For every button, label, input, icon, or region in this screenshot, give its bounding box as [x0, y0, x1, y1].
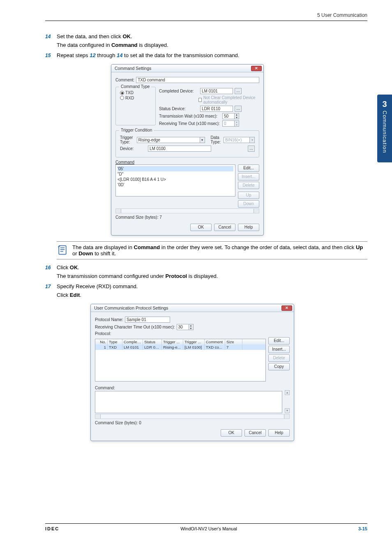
step-text: Specify Receive (RXD) command. — [57, 283, 367, 289]
page-header: 5 User Communication — [45, 12, 367, 21]
radio-icon — [120, 96, 124, 100]
step-subtext: The data configured in Command is displa… — [57, 42, 367, 48]
horizontal-scrollbar[interactable] — [115, 208, 259, 213]
step-ref: 12 — [90, 52, 95, 58]
radio-icon — [120, 91, 124, 95]
recv-char-timeout-spinner[interactable]: 30 ▲▼ — [177, 324, 194, 330]
not-clear-label: Not Clear Completed Device automatically — [203, 95, 259, 104]
col-no: No. — [95, 339, 108, 345]
list-item[interactable]: <[LDR 0100] B16 A 4 1 U> — [118, 177, 233, 182]
step-number: 17 — [45, 284, 57, 289]
scroll-down-icon[interactable]: ▼ — [285, 408, 290, 413]
comment-input[interactable]: TXD command — [136, 77, 259, 83]
browse-button[interactable]: ... — [235, 106, 242, 112]
col-status: Status — [143, 339, 162, 345]
protocol-list-label: Protocol: — [95, 331, 111, 336]
comment-label: Comment: — [115, 78, 134, 82]
close-icon[interactable]: ✕ — [281, 305, 292, 311]
chevron-down-icon: ▾ — [250, 137, 255, 143]
data-type-label: Data Type: — [211, 135, 222, 144]
page-number: 3-15 — [358, 526, 367, 531]
dialog-title-bar[interactable]: Command Settings ✕ — [111, 65, 263, 72]
not-clear-checkbox[interactable] — [198, 98, 202, 102]
step-subtext: Click Edit. — [57, 292, 367, 298]
horizontal-scrollbar[interactable] — [95, 414, 290, 419]
data-type-select: BIN16(+) ▾ — [224, 137, 255, 143]
browse-button[interactable]: ... — [235, 88, 242, 94]
command-preview-list[interactable] — [95, 391, 282, 413]
table-row[interactable]: 1 TXD LM 0101 LDR 01... Rising-e... [LM … — [95, 345, 265, 350]
scroll-up-icon[interactable]: ▲ — [285, 390, 290, 395]
chevron-down-icon: ▾ — [200, 137, 205, 143]
command-size-label: Command Size (bytes): 7 — [115, 215, 259, 220]
tx-wait-spinner[interactable]: 50 ▲▼ — [222, 113, 239, 119]
trigger-device-label: Device: — [120, 146, 146, 151]
step-number: 14 — [45, 34, 57, 39]
note-box: The data are displayed in Command in the… — [57, 241, 367, 259]
tx-wait-label: Transmission Wait (x100 msec): — [159, 114, 221, 118]
copy-button[interactable]: Copy — [268, 363, 290, 370]
chapter-side-tab: 3 Communication — [377, 95, 392, 162]
edit-button[interactable]: Edit... — [238, 164, 259, 172]
table-header-row: No. Type Complet... Status Trigger ... T… — [95, 339, 265, 345]
col-trigger-type: Trigger ... — [162, 339, 183, 345]
insert-button[interactable]: Insert... — [268, 346, 290, 353]
list-item[interactable]: "D" — [118, 171, 233, 177]
protocol-table[interactable]: No. Type Complet... Status Trigger ... T… — [95, 339, 266, 382]
step-subtext: The transmission command configured unde… — [57, 273, 367, 279]
command-settings-dialog: Command Settings ✕ Comment: TXD command … — [111, 64, 264, 236]
vertical-scrollbar[interactable]: ▲ ▼ — [285, 390, 290, 413]
close-icon[interactable]: ✕ — [251, 66, 262, 71]
step-text: Repeat steps 12 through 14 to set all th… — [57, 52, 367, 58]
insert-button: Insert... — [238, 173, 259, 180]
spinner-down-icon[interactable]: ▼ — [189, 327, 193, 330]
col-trigger-condition: Trigger ... — [183, 339, 205, 345]
rxd-radio[interactable]: RXD — [120, 96, 134, 100]
help-button[interactable]: Help — [238, 224, 259, 231]
completed-device-label: Completed Device: — [159, 89, 198, 93]
delete-button: Delete — [268, 354, 290, 362]
list-item[interactable]: '05' — [118, 166, 233, 171]
step-text: Click OK. — [57, 264, 367, 271]
trigger-type-select[interactable]: Rising-edge ▾ — [137, 137, 205, 143]
rx-timeout-spinner: 0 ▲▼ — [222, 120, 239, 127]
step-number: 15 — [45, 53, 57, 58]
protocol-name-input[interactable]: Sample 01 — [125, 317, 170, 323]
manual-title: WindO/I-NV2 User's Manual — [180, 526, 237, 531]
col-comment: Comment — [205, 339, 225, 345]
status-device-input[interactable]: LDR 0110 — [200, 106, 233, 112]
step-ref: 14 — [117, 52, 122, 58]
page-footer: IDEC WindO/I-NV2 User's Manual 3-15 — [45, 523, 367, 531]
up-button: Up — [238, 192, 259, 199]
trigger-type-label: Trigger Type: — [120, 135, 135, 144]
section-title: 5 User Communication — [317, 12, 367, 18]
list-item[interactable]: '0D' — [118, 182, 233, 187]
cancel-button[interactable]: Cancel — [244, 429, 266, 437]
command-label: Command: — [95, 386, 115, 390]
cancel-button[interactable]: Cancel — [214, 224, 235, 231]
dialog-title-bar[interactable]: User Communication Protocol Settings ✕ — [91, 304, 294, 312]
txd-radio[interactable]: TXD — [120, 90, 134, 95]
delete-button: Delete — [238, 182, 259, 189]
chapter-label: Communication — [382, 111, 388, 153]
spinner-down-icon[interactable]: ▼ — [235, 116, 239, 119]
spinner-down-icon: ▼ — [235, 124, 239, 127]
trigger-condition-group-label: Trigger Condition — [119, 128, 154, 132]
dialog-title: User Communication Protocol Settings — [94, 305, 168, 310]
command-group-label: Command — [115, 160, 134, 164]
browse-button[interactable]: ... — [248, 146, 255, 152]
ok-button[interactable]: OK — [221, 429, 242, 437]
status-device-label: Status Device: — [159, 106, 198, 111]
edit-button[interactable]: Edit... — [268, 337, 290, 345]
command-list[interactable]: '05' "D" <[LDR 0100] B16 A 4 1 U> '0D' — [115, 164, 235, 197]
ok-button[interactable]: OK — [190, 224, 212, 231]
help-button[interactable]: Help — [268, 429, 290, 437]
dialog-title: Command Settings — [115, 66, 151, 71]
ucp-settings-dialog: User Communication Protocol Settings ✕ P… — [90, 304, 294, 441]
protocol-name-label: Protocol Name: — [95, 317, 123, 322]
command-type-group-label: Command Type — [119, 84, 151, 89]
completed-device-input[interactable]: LM 0101 — [200, 88, 233, 94]
trigger-device-input[interactable]: LM 0100 — [148, 146, 211, 152]
recv-char-timeout-label: Receiving Character Time Out (x100 msec)… — [95, 325, 175, 329]
col-size: Size — [225, 339, 242, 345]
